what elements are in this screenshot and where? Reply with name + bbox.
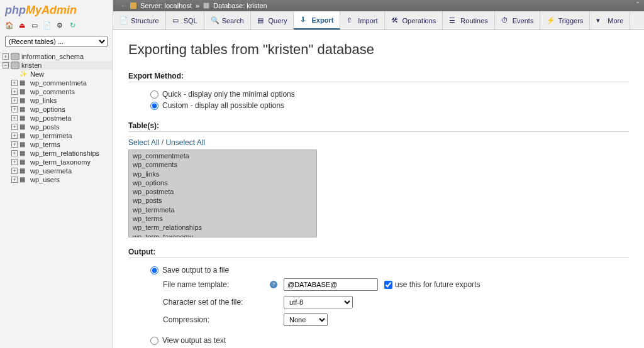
table-option[interactable]: wp_commentmeta — [133, 151, 313, 160]
tree-table[interactable]: +▦wp_commentmeta — [11, 79, 113, 87]
table-option[interactable]: wp_term_relationships — [133, 223, 313, 232]
tree-table[interactable]: +▦wp_term_relationships — [11, 149, 113, 158]
table-icon: ▦ — [19, 88, 28, 95]
exit-icon[interactable]: ⏏ — [18, 21, 26, 30]
tree-table[interactable]: +▦wp_options — [11, 105, 113, 114]
expand-icon[interactable]: + — [11, 80, 18, 86]
tree-table[interactable]: +▦wp_usermeta — [11, 166, 113, 175]
table-option[interactable]: wp_links — [133, 170, 313, 178]
tab-sql[interactable]: ▭SQL — [166, 11, 204, 30]
tab-more[interactable]: ▾More — [590, 11, 630, 30]
save-file-radio[interactable] — [150, 266, 158, 275]
tab-operations[interactable]: 🛠Operations — [385, 11, 443, 30]
tree-new[interactable]: ✨ New — [11, 70, 113, 79]
tab-import[interactable]: ⇧Import — [340, 11, 384, 30]
query-icon: ▤ — [257, 16, 265, 24]
tree-db[interactable]: + information_schema — [3, 52, 113, 61]
database-icon — [11, 62, 19, 69]
table-icon: ▦ — [19, 150, 28, 157]
structure-icon: 📄 — [119, 16, 128, 24]
collapse-panel-icon[interactable]: ⌃ — [635, 1, 640, 8]
table-option[interactable]: wp_terms — [133, 214, 313, 223]
view-text-radio[interactable] — [150, 337, 158, 345]
table-option[interactable]: wp_termmeta — [133, 205, 313, 214]
operations-icon: 🛠 — [391, 16, 399, 24]
expand-icon[interactable]: + — [11, 97, 18, 104]
tree-table[interactable]: +▦wp_comments — [11, 87, 113, 96]
expand-icon[interactable]: + — [3, 53, 9, 60]
tab-events[interactable]: ⏱Events — [495, 11, 541, 30]
table-icon: ▦ — [19, 176, 28, 183]
tree-table[interactable]: +▦wp_users — [11, 175, 113, 184]
table-option[interactable]: wp_options — [133, 178, 313, 187]
select-all-link[interactable]: Select All — [128, 138, 159, 147]
tree-table[interactable]: +▦wp_term_taxonomy — [11, 158, 113, 166]
expand-icon[interactable]: + — [11, 106, 18, 112]
tab-search[interactable]: 🔍Search — [204, 11, 251, 30]
expand-icon[interactable]: + — [11, 115, 18, 121]
expand-icon[interactable]: + — [11, 159, 18, 165]
expand-icon[interactable]: + — [11, 89, 18, 95]
tree-table[interactable]: +▦wp_posts — [11, 122, 113, 131]
logo-admin: Admin — [42, 4, 77, 16]
settings-icon[interactable]: ⚙ — [55, 21, 64, 30]
recent-tables-select[interactable]: (Recent tables) ... — [5, 36, 108, 47]
compression-select[interactable]: None — [284, 313, 328, 326]
tree-table[interactable]: +▦wp_postmeta — [11, 114, 113, 122]
tree-table[interactable]: +▦wp_links — [11, 96, 113, 105]
future-exports-checkbox[interactable] — [384, 281, 392, 289]
database-icon — [11, 53, 19, 60]
table-option[interactable]: wp_term_taxonomy — [133, 232, 313, 237]
logo: phpMyAdmin — [0, 0, 113, 19]
export-method-quick-radio[interactable] — [150, 90, 158, 99]
filename-template-input[interactable] — [284, 278, 378, 291]
info-icon[interactable]: ? — [270, 281, 277, 288]
export-method-custom-radio[interactable] — [150, 102, 158, 110]
table-icon: ▦ — [19, 141, 28, 148]
expand-icon[interactable]: + — [11, 124, 18, 130]
table-option[interactable]: wp_comments — [133, 160, 313, 169]
breadcrumb-server[interactable]: localhost — [165, 2, 192, 9]
output-heading: Output: — [128, 247, 629, 258]
more-icon: ▾ — [596, 16, 604, 24]
tab-structure[interactable]: 📄Structure — [113, 11, 166, 30]
tables-listbox[interactable]: wp_commentmetawp_commentswp_linkswp_opti… — [128, 150, 317, 237]
main: ← Server: localhost » Database: kristen … — [113, 0, 644, 348]
breadcrumb-db[interactable]: kristen — [247, 2, 267, 9]
table-option[interactable]: wp_posts — [133, 196, 313, 205]
tab-query[interactable]: ▤Query — [251, 11, 294, 30]
collapse-icon[interactable]: − — [3, 62, 9, 68]
tree-table[interactable]: +▦wp_terms — [11, 140, 113, 149]
export-method-heading: Export Method: — [128, 72, 629, 82]
doc-icon[interactable]: 📄 — [43, 21, 52, 30]
back-arrow-icon[interactable]: ← — [121, 3, 126, 9]
export-method-section: Export Method: Quick - display only the … — [128, 72, 629, 111]
expand-icon[interactable]: + — [11, 177, 18, 183]
table-option[interactable]: wp_postmeta — [133, 187, 313, 196]
tree-children: ✨ New +▦wp_commentmeta+▦wp_comments+▦wp_… — [3, 70, 113, 184]
expand-icon[interactable]: + — [11, 150, 18, 156]
events-icon: ⏱ — [501, 16, 509, 24]
db-tree: + information_schema − kristen ✨ New +▦w… — [0, 50, 113, 348]
tab-export[interactable]: ⇩Export — [294, 11, 340, 30]
table-icon: ▦ — [19, 106, 28, 113]
unselect-all-link[interactable]: Unselect All — [165, 138, 205, 147]
tree-db[interactable]: − kristen — [3, 61, 113, 70]
reload-icon[interactable]: ↻ — [68, 21, 77, 30]
output-section: Output: Save output to a file File name … — [128, 247, 629, 346]
home-icon[interactable]: 🏠 — [5, 21, 14, 30]
table-icon: ▦ — [19, 79, 28, 87]
sql-icon[interactable]: ▭ — [30, 21, 39, 30]
tree-table[interactable]: +▦wp_termmeta — [11, 131, 113, 140]
expand-icon[interactable]: + — [11, 141, 18, 148]
nav-icons: 🏠 ⏏ ▭ 📄 ⚙ ↻ — [0, 19, 113, 33]
content: Exporting tables from "kristen" database… — [113, 30, 644, 348]
tab-triggers[interactable]: ⚡Triggers — [540, 11, 590, 30]
table-icon: ▦ — [19, 167, 28, 175]
expand-icon[interactable]: + — [11, 133, 18, 139]
tab-routines[interactable]: ☰Routines — [443, 11, 494, 30]
expand-icon[interactable]: + — [11, 168, 18, 174]
charset-select[interactable]: utf-8 — [284, 296, 353, 308]
page-title: Exporting tables from "kristen" database — [128, 41, 629, 58]
server-icon — [130, 3, 136, 9]
